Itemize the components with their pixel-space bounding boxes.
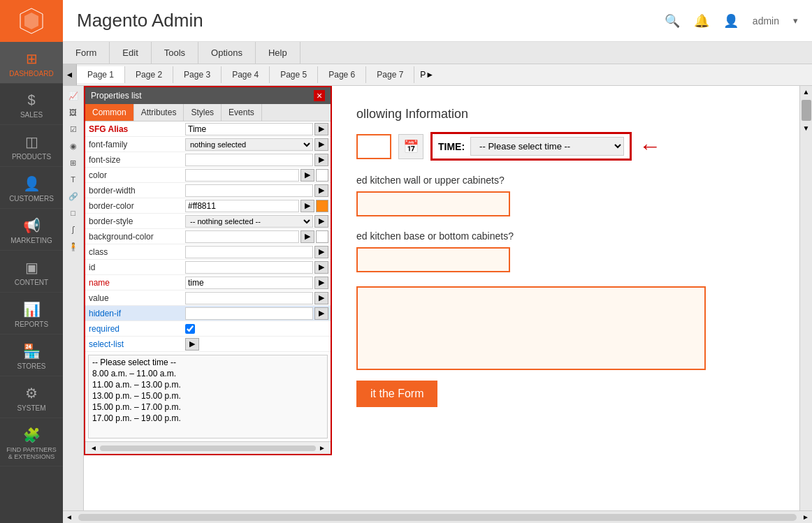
tool-script[interactable]: ʃ xyxy=(64,222,82,237)
select-list-item-4[interactable]: 15.00 p.m. – 17.00 p.m. xyxy=(90,402,326,413)
sidebar-item-reports[interactable]: 📊 REPORTS xyxy=(0,293,63,334)
select-list-item-1[interactable]: 8.00 a.m. – 11.00 a.m. xyxy=(90,368,326,379)
calendar-icon-button[interactable]: 📅 xyxy=(398,134,423,159)
menu-tools[interactable]: Tools xyxy=(152,42,198,64)
tool-radio[interactable]: ◉ xyxy=(64,138,82,154)
select-list-item-5[interactable]: 17.00 p.m. – 19.00 p.m. xyxy=(90,413,326,424)
border-color-btn[interactable]: ▶ xyxy=(300,200,314,212)
sidebar-item-partners[interactable]: 🧩 FIND PARTNERS & EXTENSIONS xyxy=(0,418,63,466)
tool-chart[interactable]: 📈 xyxy=(64,88,82,103)
select-list-area[interactable]: -- Please select time -- 8.00 a.m. – 11.… xyxy=(88,355,328,439)
scroll-right-arrow[interactable]: ► xyxy=(316,444,328,452)
panel-tab-attributes[interactable]: Attributes xyxy=(134,104,184,121)
tool-check[interactable]: ☑ xyxy=(64,121,82,137)
font-size-btn[interactable]: ▶ xyxy=(314,154,328,166)
border-style-btn[interactable]: ▶ xyxy=(314,215,328,228)
sidebar-item-stores[interactable]: 🏪 STORES xyxy=(0,334,63,376)
menu-options[interactable]: Options xyxy=(198,42,256,64)
sidebar-item-marketing[interactable]: 📢 MARKETING xyxy=(0,209,63,251)
border-style-select[interactable]: -- nothing selected -- xyxy=(185,215,313,228)
border-width-input[interactable] xyxy=(185,184,313,197)
bg-color-swatch[interactable] xyxy=(316,230,328,243)
select-list-btn[interactable]: ▶ xyxy=(185,338,199,351)
page-tab-more[interactable]: P► xyxy=(414,66,440,83)
scroll-left-arrow[interactable]: ◄ xyxy=(87,444,100,452)
sidebar-item-content[interactable]: ▣ CONTENT xyxy=(0,251,63,293)
panel-tab-styles[interactable]: Styles xyxy=(184,104,222,121)
sidebar: ⊞ DASHBOARD $ SALES ◫ PRODUCTS 👤 CUSTOME… xyxy=(0,0,63,523)
search-icon[interactable]: 🔍 xyxy=(665,13,680,29)
required-checkbox[interactable] xyxy=(185,324,195,334)
page-tab-3[interactable]: Page 3 xyxy=(173,66,222,83)
tool-image[interactable]: 🖼 xyxy=(64,105,82,120)
select-list-item-2[interactable]: 11.00 a.m. – 13.00 p.m. xyxy=(90,379,326,390)
font-family-btn[interactable]: ▶ xyxy=(314,138,328,151)
stores-icon: 🏪 xyxy=(23,343,41,360)
hidden-if-btn[interactable]: ▶ xyxy=(314,307,328,320)
bg-color-btn[interactable]: ▶ xyxy=(300,230,314,243)
collapse-button[interactable]: ◄ xyxy=(63,64,77,85)
menu-edit[interactable]: Edit xyxy=(110,42,151,64)
sfg-alias-input[interactable] xyxy=(185,123,313,135)
value-btn[interactable]: ▶ xyxy=(314,292,328,304)
page-tab-2[interactable]: Page 2 xyxy=(125,66,173,83)
scroll-down-button[interactable]: ▼ xyxy=(800,122,813,135)
scroll-thumb[interactable] xyxy=(802,100,811,121)
name-btn[interactable]: ▶ xyxy=(314,277,328,289)
prop-value-select-list: ▶ xyxy=(183,337,331,351)
menu-form[interactable]: Form xyxy=(63,42,110,64)
notifications-icon[interactable]: 🔔 xyxy=(694,13,709,29)
time-select-dropdown[interactable]: -- Please select time -- 8.00 a.m. – 11.… xyxy=(470,137,624,156)
id-input[interactable] xyxy=(185,261,313,274)
panel-tab-common[interactable]: Common xyxy=(85,104,134,121)
value-input[interactable] xyxy=(185,292,313,304)
large-textarea[interactable] xyxy=(356,286,706,370)
font-family-select[interactable]: nothing selected xyxy=(185,138,313,151)
panel-tab-events[interactable]: Events xyxy=(222,104,262,121)
bg-color-input[interactable] xyxy=(185,230,299,243)
page-tab-4[interactable]: Page 4 xyxy=(222,66,270,83)
menu-help[interactable]: Help xyxy=(256,42,300,64)
admin-dropdown-icon[interactable]: ▾ xyxy=(793,15,798,26)
scroll-left-button[interactable]: ◄ xyxy=(63,511,75,524)
color-input[interactable] xyxy=(185,169,299,182)
scroll-up-button[interactable]: ▲ xyxy=(800,86,813,98)
admin-menu[interactable]: admin xyxy=(753,15,779,27)
sidebar-item-products[interactable]: ◫ PRODUCTS xyxy=(0,125,63,167)
tool-grid[interactable]: ⊞ xyxy=(64,155,82,170)
border-color-input[interactable] xyxy=(185,200,299,212)
id-btn[interactable]: ▶ xyxy=(314,261,328,274)
sfg-alias-btn[interactable]: ▶ xyxy=(314,123,328,135)
font-size-input[interactable] xyxy=(185,154,313,166)
page-tab-7[interactable]: Page 7 xyxy=(366,66,414,83)
select-list-item-3[interactable]: 13.00 p.m. – 15.00 p.m. xyxy=(90,390,326,402)
sidebar-item-system[interactable]: ⚙ SYSTEM xyxy=(0,376,63,418)
color-swatch[interactable] xyxy=(316,169,328,182)
bottom-scroll-track[interactable] xyxy=(78,514,797,521)
sidebar-item-dashboard[interactable]: ⊞ DASHBOARD xyxy=(0,42,63,84)
page-tab-1[interactable]: Page 1 xyxy=(77,66,125,83)
question1-input[interactable] xyxy=(356,191,510,216)
scroll-track[interactable] xyxy=(100,445,316,451)
select-list-item-0[interactable]: -- Please select time -- xyxy=(90,357,326,368)
border-width-btn[interactable]: ▶ xyxy=(314,184,328,197)
class-btn[interactable]: ▶ xyxy=(314,246,328,258)
tool-person[interactable]: 🧍 xyxy=(64,239,82,254)
color-btn[interactable]: ▶ xyxy=(300,169,314,182)
prop-value-border-width: ▶ xyxy=(183,184,331,198)
tool-checkbox2[interactable]: □ xyxy=(64,205,82,221)
page-tab-6[interactable]: Page 6 xyxy=(318,66,366,83)
panel-close-button[interactable]: × xyxy=(314,90,325,101)
scroll-right-button[interactable]: ► xyxy=(799,511,812,524)
sidebar-item-customers[interactable]: 👤 CUSTOMERS xyxy=(0,167,63,209)
border-color-swatch[interactable] xyxy=(316,200,328,212)
name-input[interactable] xyxy=(185,277,313,289)
class-input[interactable] xyxy=(185,246,313,258)
submit-button[interactable]: it the Form xyxy=(356,381,437,407)
hidden-if-input[interactable] xyxy=(185,307,313,320)
page-tab-5[interactable]: Page 5 xyxy=(270,66,318,83)
sidebar-item-sales[interactable]: $ SALES xyxy=(0,84,63,125)
tool-link[interactable]: 🔗 xyxy=(64,189,82,204)
question2-input[interactable] xyxy=(356,247,510,272)
tool-text[interactable]: T xyxy=(64,172,82,187)
